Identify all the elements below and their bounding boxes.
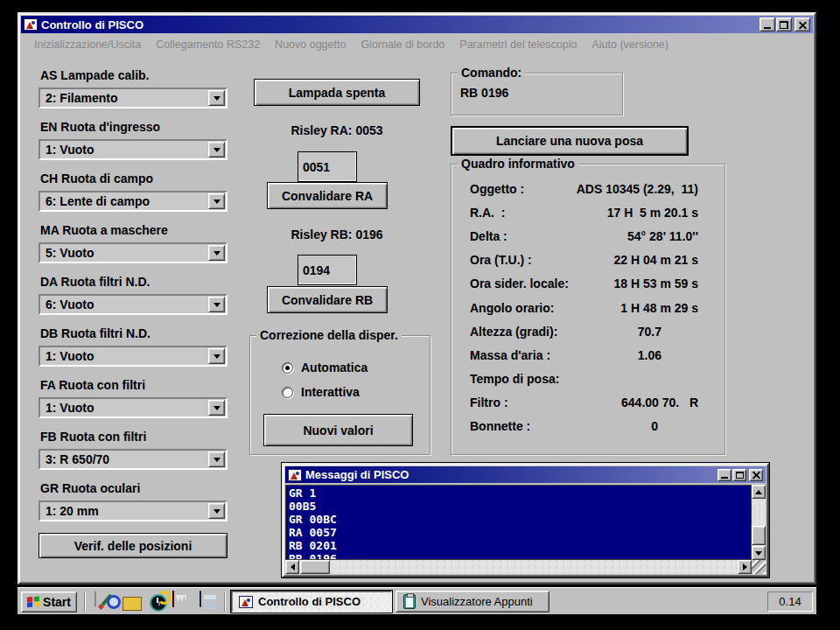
radio-1[interactable] bbox=[282, 387, 293, 398]
scroll-down-button[interactable] bbox=[752, 546, 766, 560]
wheel-select-as[interactable]: 2: Filamento bbox=[38, 88, 228, 108]
console-line: GR 1 bbox=[289, 486, 751, 500]
info-row-oggetto: Oggetto :ADS 10345 (2.29, 11) bbox=[455, 177, 721, 200]
dispersion-option-automatica[interactable]: Automatica bbox=[282, 360, 368, 374]
messages-close-button[interactable] bbox=[749, 469, 763, 481]
info-value: 1 H 48 m 29 s bbox=[606, 301, 721, 315]
dropdown-arrow-button[interactable] bbox=[208, 452, 225, 467]
messages-maximize-button[interactable] bbox=[732, 469, 746, 481]
wheel-select-fb[interactable]: 3: R 650/70 bbox=[38, 449, 228, 470]
wheel-select-ma[interactable]: 5: Vuoto bbox=[38, 242, 228, 263]
validate-ra-button[interactable]: Convalidare RA bbox=[267, 182, 388, 209]
info-value: ADS 10345 (2.29, 11) bbox=[577, 182, 721, 196]
minimize-button[interactable] bbox=[760, 18, 775, 32]
menu-inizializzazione[interactable]: Inizializzazione/Uscita bbox=[34, 38, 141, 51]
dispersion-group: Correzione della disper. Automatica Inte… bbox=[249, 335, 430, 455]
scroll-right-button[interactable] bbox=[738, 560, 752, 574]
start-button[interactable]: Start bbox=[21, 592, 77, 612]
window-title: Controllo di PISCO bbox=[41, 18, 755, 32]
wheel-label-ch: CH Ruota di campo bbox=[40, 172, 153, 186]
dispersion-option-interattiva[interactable]: Interattiva bbox=[282, 385, 360, 399]
wheel-select-ch[interactable]: 6: Lente di campo bbox=[38, 191, 228, 212]
info-group-title: Quadro informativo bbox=[458, 157, 578, 171]
ws-ftp-icon[interactable] bbox=[172, 591, 174, 607]
menu-collegamento-rs232[interactable]: Collegamento RS232 bbox=[156, 38, 260, 51]
vertical-scroll-thumb[interactable] bbox=[752, 526, 766, 545]
info-row-altezza: Altezza (gradi):70.7 bbox=[455, 319, 721, 343]
start-button-label: Start bbox=[43, 595, 71, 609]
verify-positions-button[interactable]: Verif. delle posizioni bbox=[38, 533, 228, 558]
validate-rb-button[interactable]: Convalidare RB bbox=[267, 286, 388, 313]
wheel-select-en[interactable]: 1: Vuoto bbox=[38, 139, 228, 160]
info-rows: Oggetto :ADS 10345 (2.29, 11) R.A. :17 H… bbox=[455, 177, 721, 438]
info-row-bonnette: Bonnette :0 bbox=[455, 415, 721, 438]
messages-minimize-button[interactable] bbox=[718, 469, 732, 481]
resize-grip[interactable] bbox=[752, 560, 766, 574]
new-values-button[interactable]: Nuovi valori bbox=[263, 414, 413, 446]
menu-parametri-telescopio[interactable]: Parametri del telescopio bbox=[459, 38, 577, 51]
info-row-angolo-orario: Angolo orario:1 H 48 m 29 s bbox=[455, 296, 721, 319]
arrow-down-icon bbox=[755, 551, 762, 556]
dropdown-arrow-button[interactable] bbox=[208, 90, 225, 106]
info-row-delta: Delta :54° 28' 11.0'' bbox=[455, 224, 721, 248]
wheel-select-da[interactable]: 6: Vuoto bbox=[38, 294, 228, 315]
vertical-scrollbar[interactable] bbox=[752, 485, 766, 560]
chevron-down-icon bbox=[214, 406, 220, 410]
risley-rb-input[interactable]: 0194 bbox=[298, 255, 357, 285]
scroll-left-button[interactable] bbox=[285, 560, 299, 574]
info-label: Ora sider. locale: bbox=[455, 276, 606, 290]
title-bar[interactable]: Controllo di PISCO bbox=[21, 16, 813, 33]
info-value: 1.06 bbox=[606, 348, 721, 362]
calculator-icon[interactable] bbox=[200, 591, 201, 607]
dropdown-arrow-button[interactable] bbox=[208, 348, 225, 364]
console-line: RB 0201 bbox=[289, 539, 751, 552]
wheel-value-ma: 5: Vuoto bbox=[40, 246, 208, 260]
close-icon bbox=[752, 471, 760, 479]
dropdown-arrow-button[interactable] bbox=[208, 245, 225, 261]
dropdown-arrow-button[interactable] bbox=[208, 400, 225, 416]
wheel-label-ma: MA Ruota a maschere bbox=[40, 223, 168, 237]
task-button-visualizzatore-appunti[interactable]: Visualizzatore Appunti bbox=[396, 591, 550, 612]
menu-giornale-di-bordo[interactable]: Giornale di bordo bbox=[360, 38, 444, 51]
wheel-label-fa: FA Ruota con filtri bbox=[40, 378, 145, 392]
radio-label-interattiva: Interattiva bbox=[301, 385, 360, 399]
console-log: GR 1 00B5 GR 00BC RA 0057 RB 0201 RB 019… bbox=[285, 485, 752, 560]
scroll-up-button[interactable] bbox=[752, 485, 766, 499]
messages-title-bar[interactable]: Messaggi di PISCO bbox=[285, 466, 766, 483]
wheel-value-fb: 3: R 650/70 bbox=[40, 452, 208, 466]
info-label: Angolo orario: bbox=[455, 301, 606, 315]
menu-nuovo-oggetto[interactable]: Nuovo oggetto bbox=[275, 38, 346, 51]
wheel-label-db: DB Ruota filtri N.D. bbox=[40, 326, 150, 340]
messages-app-icon bbox=[288, 469, 302, 481]
info-row-ora-siderale: Ora sider. locale:18 H 53 m 59 s bbox=[455, 272, 721, 296]
horizontal-scrollbar[interactable] bbox=[285, 560, 752, 574]
horizontal-scroll-thumb[interactable] bbox=[300, 560, 330, 574]
new-exposure-button[interactable]: Lanciare una nuova posa bbox=[451, 126, 689, 156]
main-window: Controllo di PISCO Inizializzazione/Usci… bbox=[18, 12, 816, 584]
dropdown-arrow-button[interactable] bbox=[208, 193, 225, 209]
restore-icon bbox=[780, 21, 788, 29]
dropdown-arrow-button[interactable] bbox=[208, 503, 225, 519]
wheel-label-gr: GR Ruota oculari bbox=[40, 481, 140, 495]
messages-window: Messaggi di PISCO GR 1 00B5 GR 00BC RA 0… bbox=[282, 463, 769, 578]
info-label: Oggetto : bbox=[455, 182, 577, 196]
dropdown-arrow-button[interactable] bbox=[208, 297, 225, 312]
arrow-right-icon bbox=[743, 564, 747, 570]
lamp-off-button[interactable]: Lampada spenta bbox=[254, 79, 420, 106]
task-button-controllo-pisco[interactable]: Controllo di PISCO bbox=[231, 591, 392, 612]
wheel-select-gr[interactable]: 1: 20 mm bbox=[38, 500, 228, 522]
wheel-select-db[interactable]: 1: Vuoto bbox=[38, 346, 228, 367]
wheel-label-da: DA Ruota filtri N.D. bbox=[40, 275, 150, 289]
risley-ra-label: Risley RA: 0053 bbox=[254, 123, 420, 137]
close-button[interactable] bbox=[794, 18, 810, 32]
wheel-select-fa[interactable]: 1: Vuoto bbox=[38, 397, 228, 418]
compose-icon[interactable] bbox=[94, 591, 96, 607]
menu-aiuto[interactable]: Aiuto (versione) bbox=[592, 38, 668, 51]
console-line: RB 0196 bbox=[289, 552, 751, 560]
radio-0[interactable] bbox=[282, 362, 293, 374]
risley-ra-input[interactable]: 0051 bbox=[298, 151, 357, 182]
info-label: Filtro : bbox=[455, 396, 606, 410]
menu-bar: Inizializzazione/Uscita Collegamento RS2… bbox=[21, 35, 813, 53]
dropdown-arrow-button[interactable] bbox=[208, 142, 225, 158]
restore-button[interactable] bbox=[776, 18, 792, 32]
